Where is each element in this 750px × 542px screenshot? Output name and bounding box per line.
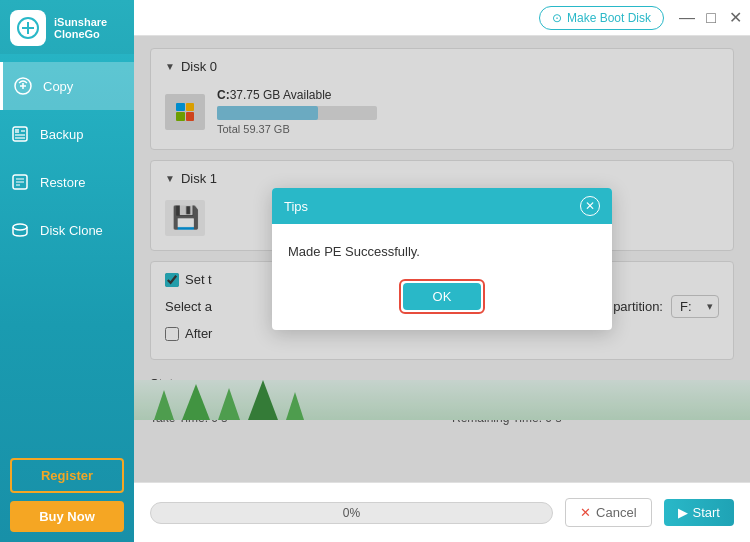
progress-bar: 0% bbox=[150, 502, 553, 524]
progress-label: 0% bbox=[343, 506, 360, 520]
make-boot-button[interactable]: ⊙ Make Boot Disk bbox=[539, 6, 664, 30]
minimize-button[interactable]: — bbox=[680, 11, 694, 25]
sidebar-item-restore[interactable]: Restore bbox=[0, 158, 134, 206]
restore-icon bbox=[10, 172, 30, 192]
start-icon: ▶ bbox=[678, 505, 688, 520]
cancel-icon: ✕ bbox=[580, 505, 591, 520]
content-area: ▼ Disk 0 C:37.75 GB Available bbox=[134, 36, 750, 482]
diskclone-icon bbox=[10, 220, 30, 240]
app-logo: iSunshare CloneGo bbox=[0, 0, 134, 54]
logo-icon bbox=[10, 10, 46, 46]
diskclone-label: Disk Clone bbox=[40, 223, 103, 238]
sidebar: iSunshare CloneGo Copy bbox=[0, 0, 134, 542]
bottom-bar: 0% ✕ Cancel ▶ Start bbox=[134, 482, 750, 542]
sidebar-item-diskclone[interactable]: Disk Clone bbox=[0, 206, 134, 254]
restore-button[interactable]: □ bbox=[704, 11, 718, 25]
start-label: Start bbox=[693, 505, 720, 520]
backup-label: Backup bbox=[40, 127, 83, 142]
modal-close-button[interactable]: ✕ bbox=[580, 196, 600, 216]
modal-header: Tips ✕ bbox=[272, 188, 612, 224]
backup-icon bbox=[10, 124, 30, 144]
ok-button[interactable]: OK bbox=[403, 283, 482, 310]
register-button[interactable]: Register bbox=[10, 458, 124, 493]
boot-disk-icon: ⊙ bbox=[552, 11, 562, 25]
sidebar-item-backup[interactable]: Backup bbox=[0, 110, 134, 158]
modal-message: Made PE Successfully. bbox=[288, 244, 596, 259]
copy-icon bbox=[13, 76, 33, 96]
buynow-button[interactable]: Buy Now bbox=[10, 501, 124, 532]
modal-footer: OK bbox=[288, 279, 596, 314]
modal-overlay: Tips ✕ Made PE Successfully. OK bbox=[134, 36, 750, 482]
tips-modal: Tips ✕ Made PE Successfully. OK bbox=[272, 188, 612, 330]
window-controls: — □ ✕ bbox=[680, 11, 742, 25]
sidebar-bottom: Register Buy Now bbox=[0, 448, 134, 542]
logo-text: iSunshare CloneGo bbox=[54, 16, 107, 40]
svg-point-8 bbox=[13, 224, 27, 230]
cancel-button[interactable]: ✕ Cancel bbox=[565, 498, 651, 527]
restore-label: Restore bbox=[40, 175, 86, 190]
copy-label: Copy bbox=[43, 79, 73, 94]
make-boot-label: Make Boot Disk bbox=[567, 11, 651, 25]
sidebar-nav: Copy Backup Restore bbox=[0, 62, 134, 448]
close-button[interactable]: ✕ bbox=[728, 11, 742, 25]
titlebar: ⊙ Make Boot Disk — □ ✕ bbox=[134, 0, 750, 36]
modal-title: Tips bbox=[284, 199, 308, 214]
ok-button-wrapper: OK bbox=[399, 279, 486, 314]
main-area: ⊙ Make Boot Disk — □ ✕ ▼ Disk 0 bbox=[134, 0, 750, 542]
svg-rect-3 bbox=[15, 129, 19, 133]
modal-body: Made PE Successfully. OK bbox=[272, 224, 612, 330]
cancel-label: Cancel bbox=[596, 505, 636, 520]
sidebar-item-copy[interactable]: Copy bbox=[0, 62, 134, 110]
start-button[interactable]: ▶ Start bbox=[664, 499, 734, 526]
